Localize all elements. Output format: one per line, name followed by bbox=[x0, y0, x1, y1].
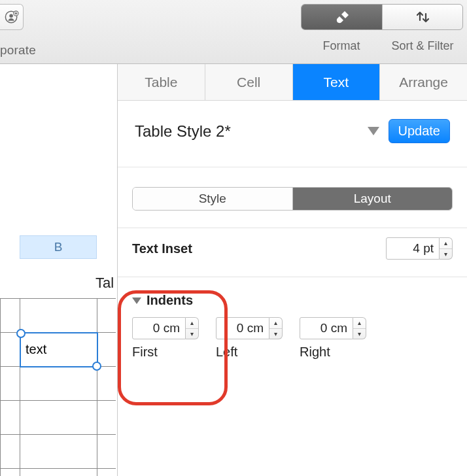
disclosure-triangle-icon bbox=[132, 298, 141, 304]
style-row: Table Style 2* Update bbox=[135, 119, 450, 143]
toolbar-right-labels: Format Sort & Filter bbox=[301, 39, 463, 53]
svg-point-1 bbox=[9, 14, 12, 18]
indent-first-col: ▴ ▾ First bbox=[132, 317, 199, 360]
indent-right-caption: Right bbox=[300, 345, 330, 360]
indent-first-caption: First bbox=[132, 345, 158, 360]
stepper-down-icon[interactable]: ▾ bbox=[269, 328, 282, 339]
canvas-area[interactable]: B Tal text bbox=[0, 64, 118, 476]
update-style-button[interactable]: Update bbox=[389, 119, 451, 143]
style-dropdown-chevron-icon[interactable] bbox=[368, 127, 379, 135]
sort-filter-label: Sort & Filter bbox=[382, 39, 463, 53]
indent-left-input[interactable] bbox=[216, 317, 269, 339]
seg-layout[interactable]: Layout bbox=[292, 188, 453, 210]
table-fragment[interactable]: text bbox=[0, 298, 116, 476]
indents-label: Indents bbox=[147, 293, 193, 308]
text-inset-input[interactable] bbox=[386, 237, 440, 260]
indent-right-input[interactable] bbox=[300, 317, 353, 339]
stepper-up-icon[interactable]: ▴ bbox=[440, 238, 452, 248]
selected-cell[interactable]: text bbox=[20, 333, 97, 367]
paintbrush-icon bbox=[333, 10, 350, 24]
format-button[interactable] bbox=[302, 5, 382, 29]
stepper-up-icon[interactable]: ▴ bbox=[269, 318, 282, 328]
inspector-panel: Table Cell Text Arrange Table Style 2* U… bbox=[118, 64, 467, 476]
column-header-b[interactable]: B bbox=[20, 235, 97, 259]
indent-left-stepper[interactable]: ▴ ▾ bbox=[269, 317, 283, 339]
toolbar-left-label-fragment: porate bbox=[0, 43, 36, 58]
tab-arrange[interactable]: Arrange bbox=[380, 64, 467, 100]
indents-disclosure[interactable]: Indents bbox=[132, 293, 453, 308]
indents-section: Indents ▴ ▾ First bbox=[118, 277, 467, 360]
seg-style[interactable]: Style bbox=[133, 188, 292, 210]
text-inset-row: Text Inset ▴ ▾ bbox=[118, 228, 467, 260]
sort-filter-button[interactable] bbox=[382, 5, 463, 29]
stepper-down-icon[interactable]: ▾ bbox=[353, 328, 366, 339]
toolbar: porate Format Sort & Filter bbox=[0, 0, 467, 64]
table-title-fragment: Tal bbox=[95, 275, 114, 292]
indent-right-stepper[interactable]: ▴ ▾ bbox=[353, 317, 366, 339]
sort-arrows-icon bbox=[414, 10, 431, 24]
text-inset-field: ▴ ▾ bbox=[386, 237, 453, 260]
tab-text[interactable]: Text bbox=[293, 64, 381, 100]
text-inset-stepper[interactable]: ▴ ▾ bbox=[440, 237, 453, 260]
stepper-down-icon[interactable]: ▾ bbox=[186, 328, 198, 339]
stepper-up-icon[interactable]: ▴ bbox=[186, 318, 198, 328]
format-label: Format bbox=[301, 39, 382, 53]
indent-left-col: ▴ ▾ Left bbox=[216, 317, 283, 360]
text-inset-label: Text Inset bbox=[132, 241, 192, 256]
share-button[interactable] bbox=[0, 4, 24, 30]
person-plus-icon bbox=[5, 10, 19, 24]
tab-table[interactable]: Table bbox=[118, 64, 205, 100]
inspector-tabs: Table Cell Text Arrange bbox=[118, 64, 467, 101]
stepper-down-icon[interactable]: ▾ bbox=[440, 248, 452, 260]
style-layout-segmented: Style Layout bbox=[132, 187, 453, 211]
indent-first-stepper[interactable]: ▴ ▾ bbox=[186, 317, 199, 339]
indent-left-caption: Left bbox=[216, 345, 237, 360]
indent-right-col: ▴ ▾ Right bbox=[300, 317, 366, 360]
stepper-up-icon[interactable]: ▴ bbox=[353, 318, 366, 328]
toolbar-right-segmented bbox=[301, 4, 463, 30]
tab-cell[interactable]: Cell bbox=[205, 64, 293, 100]
paragraph-style-name[interactable]: Table Style 2* bbox=[135, 122, 231, 141]
indent-first-input[interactable] bbox=[132, 317, 186, 339]
